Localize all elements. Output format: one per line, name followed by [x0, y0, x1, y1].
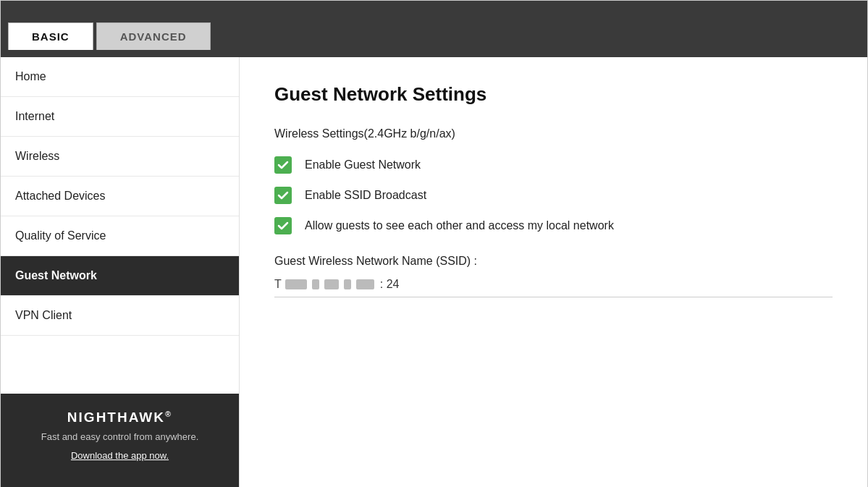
- checkmark-icon: [277, 159, 289, 171]
- ssid-blur-3: [324, 279, 339, 289]
- tab-advanced[interactable]: ADVANCED: [96, 22, 211, 50]
- ssid-blur-2: [312, 279, 319, 289]
- checkbox-label-allow-guests: Allow guests to see each other and acces…: [305, 219, 614, 232]
- ssid-suffix: : 24: [380, 278, 400, 291]
- ssid-input-row[interactable]: T : 24: [274, 278, 833, 297]
- sidebar-nav: Home Internet Wireless Attached Devices …: [1, 57, 239, 394]
- sidebar: Home Internet Wireless Attached Devices …: [1, 57, 240, 487]
- sidebar-item-quality-of-service[interactable]: Quality of Service: [1, 216, 239, 256]
- nighthawk-tagline: Fast and easy control from anywhere.: [14, 430, 226, 444]
- ssid-blur-4: [344, 279, 351, 289]
- ssid-field-label: Guest Wireless Network Name (SSID) :: [274, 255, 833, 268]
- nighthawk-promo: NIGHTHAWK® Fast and easy control from an…: [1, 394, 239, 487]
- checkbox-row-enable-ssid-broadcast: Enable SSID Broadcast: [274, 187, 833, 204]
- tab-basic[interactable]: BASIC: [8, 22, 93, 50]
- checkbox-row-allow-guests: Allow guests to see each other and acces…: [274, 217, 833, 234]
- checkbox-label-enable-ssid-broadcast: Enable SSID Broadcast: [305, 189, 426, 202]
- section-label: Wireless Settings(2.4GHz b/g/n/ax): [274, 127, 833, 140]
- tab-bar: BASIC ADVANCED: [1, 1, 867, 50]
- checkbox-enable-ssid-broadcast[interactable]: [274, 187, 292, 204]
- sidebar-item-guest-network[interactable]: Guest Network: [1, 256, 239, 296]
- checkmark-icon: [277, 220, 289, 232]
- checkbox-allow-guests[interactable]: [274, 217, 292, 234]
- ssid-blur-5: [356, 279, 374, 289]
- checkmark-icon: [277, 190, 289, 201]
- sidebar-item-internet[interactable]: Internet: [1, 97, 239, 137]
- sidebar-item-home[interactable]: Home: [1, 57, 239, 97]
- sidebar-item-vpn-client[interactable]: VPN Client: [1, 296, 239, 336]
- checkbox-enable-guest-network[interactable]: [274, 156, 292, 174]
- checkbox-row-enable-guest-network: Enable Guest Network: [274, 156, 833, 174]
- page-title: Guest Network Settings: [274, 83, 833, 106]
- ssid-blur-1: [285, 279, 307, 289]
- main-layout: Home Internet Wireless Attached Devices …: [1, 57, 867, 487]
- nighthawk-brand: NIGHTHAWK®: [14, 410, 226, 425]
- main-content: Guest Network Settings Wireless Settings…: [240, 57, 867, 487]
- download-app-link[interactable]: Download the app now.: [71, 450, 169, 461]
- sidebar-item-wireless[interactable]: Wireless: [1, 137, 239, 177]
- sidebar-item-attached-devices[interactable]: Attached Devices: [1, 177, 239, 216]
- ssid-char-t: T: [274, 278, 282, 291]
- top-separator: [1, 50, 867, 57]
- checkbox-label-enable-guest-network: Enable Guest Network: [305, 158, 421, 171]
